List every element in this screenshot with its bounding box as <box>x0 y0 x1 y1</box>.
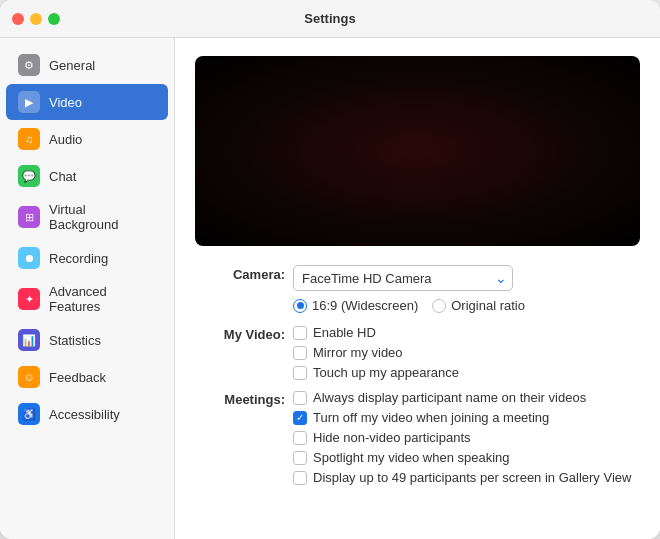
meetings-option-label-4: Display up to 49 participants per screen… <box>313 470 631 485</box>
sidebar-label-virtual-background: Virtual Background <box>49 202 156 232</box>
meetings-option-label-0: Always display participant name on their… <box>313 390 586 405</box>
video-preview-inner <box>195 56 640 246</box>
checkbox-meetings-4 <box>293 471 307 485</box>
window-title: Settings <box>304 11 355 26</box>
meetings-option-0[interactable]: Always display participant name on their… <box>293 390 640 405</box>
sidebar-item-virtual-background[interactable]: ⊞Virtual Background <box>6 195 168 239</box>
my-video-option-label-0: Enable HD <box>313 325 376 340</box>
video-preview <box>195 56 640 246</box>
advanced-features-icon: ✦ <box>18 288 40 310</box>
sidebar-label-statistics: Statistics <box>49 333 101 348</box>
recording-icon: ⏺ <box>18 247 40 269</box>
accessibility-icon: ♿ <box>18 403 40 425</box>
ratio-radio-group: 16:9 (Widescreen) Original ratio <box>293 296 640 315</box>
video-icon: ▶ <box>18 91 40 113</box>
camera-label: Camera: <box>195 265 285 282</box>
camera-row: Camera: FaceTime HD CameraUSB Camera ⌄ 1 <box>195 260 640 320</box>
settings-window: Settings ⚙General▶Video♫Audio💬Chat⊞Virtu… <box>0 0 660 539</box>
my-video-content: Enable HDMirror my videoTouch up my appe… <box>293 325 640 380</box>
meetings-option-4[interactable]: Display up to 49 participants per screen… <box>293 470 640 485</box>
meetings-option-2[interactable]: Hide non-video participants <box>293 430 640 445</box>
camera-select-wrapper: FaceTime HD CameraUSB Camera ⌄ <box>293 265 640 291</box>
chat-icon: 💬 <box>18 165 40 187</box>
select-wrapper: FaceTime HD CameraUSB Camera ⌄ <box>293 265 513 291</box>
sidebar-item-accessibility[interactable]: ♿Accessibility <box>6 396 168 432</box>
sidebar-label-feedback: Feedback <box>49 370 106 385</box>
my-video-option-1[interactable]: Mirror my video <box>293 345 640 360</box>
camera-select[interactable]: FaceTime HD CameraUSB Camera <box>293 265 513 291</box>
checkbox-my-video-0 <box>293 326 307 340</box>
my-video-row: My Video: Enable HDMirror my videoTouch … <box>195 320 640 385</box>
ratio-widescreen-label: 16:9 (Widescreen) <box>312 298 418 313</box>
general-icon: ⚙ <box>18 54 40 76</box>
sidebar-item-general[interactable]: ⚙General <box>6 47 168 83</box>
sidebar-item-audio[interactable]: ♫Audio <box>6 121 168 157</box>
meetings-option-label-1: Turn off my video when joining a meeting <box>313 410 549 425</box>
statistics-icon: 📊 <box>18 329 40 351</box>
content-area: ⚙General▶Video♫Audio💬Chat⊞Virtual Backgr… <box>0 38 660 539</box>
radio-widescreen-indicator <box>293 299 307 313</box>
checkbox-meetings-3 <box>293 451 307 465</box>
sidebar: ⚙General▶Video♫Audio💬Chat⊞Virtual Backgr… <box>0 38 175 539</box>
virtual-background-icon: ⊞ <box>18 206 40 228</box>
meetings-content: Always display participant name on their… <box>293 390 640 485</box>
meetings-option-label-2: Hide non-video participants <box>313 430 471 445</box>
meetings-row: Meetings: Always display participant nam… <box>195 385 640 490</box>
my-video-option-label-2: Touch up my appearance <box>313 365 459 380</box>
maximize-button[interactable] <box>48 13 60 25</box>
close-button[interactable] <box>12 13 24 25</box>
traffic-lights <box>12 13 60 25</box>
sidebar-label-chat: Chat <box>49 169 76 184</box>
audio-icon: ♫ <box>18 128 40 150</box>
minimize-button[interactable] <box>30 13 42 25</box>
checkbox-my-video-1 <box>293 346 307 360</box>
meetings-option-label-3: Spotlight my video when speaking <box>313 450 510 465</box>
sidebar-item-recording[interactable]: ⏺Recording <box>6 240 168 276</box>
sidebar-label-video: Video <box>49 95 82 110</box>
checkbox-meetings-2 <box>293 431 307 445</box>
checkbox-my-video-2 <box>293 366 307 380</box>
sidebar-item-feedback[interactable]: ☺Feedback <box>6 359 168 395</box>
feedback-icon: ☺ <box>18 366 40 388</box>
my-video-option-2[interactable]: Touch up my appearance <box>293 365 640 380</box>
sidebar-label-advanced-features: Advanced Features <box>49 284 156 314</box>
my-video-option-label-1: Mirror my video <box>313 345 403 360</box>
sidebar-label-general: General <box>49 58 95 73</box>
ratio-widescreen[interactable]: 16:9 (Widescreen) <box>293 298 418 313</box>
sidebar-label-accessibility: Accessibility <box>49 407 120 422</box>
meetings-label: Meetings: <box>195 390 285 407</box>
camera-content: FaceTime HD CameraUSB Camera ⌄ 16:9 (Wid… <box>293 265 640 315</box>
sidebar-label-recording: Recording <box>49 251 108 266</box>
radio-original-indicator <box>432 299 446 313</box>
meetings-option-1[interactable]: Turn off my video when joining a meeting <box>293 410 640 425</box>
sidebar-item-advanced-features[interactable]: ✦Advanced Features <box>6 277 168 321</box>
my-video-label: My Video: <box>195 325 285 342</box>
checkbox-meetings-1 <box>293 411 307 425</box>
meetings-option-3[interactable]: Spotlight my video when speaking <box>293 450 640 465</box>
ratio-original-label: Original ratio <box>451 298 525 313</box>
checkbox-meetings-0 <box>293 391 307 405</box>
my-video-option-0[interactable]: Enable HD <box>293 325 640 340</box>
sidebar-label-audio: Audio <box>49 132 82 147</box>
main-content: Camera: FaceTime HD CameraUSB Camera ⌄ 1 <box>175 38 660 539</box>
sidebar-item-chat[interactable]: 💬Chat <box>6 158 168 194</box>
settings-rows: Camera: FaceTime HD CameraUSB Camera ⌄ 1 <box>195 260 640 490</box>
ratio-original[interactable]: Original ratio <box>432 298 525 313</box>
sidebar-item-video[interactable]: ▶Video <box>6 84 168 120</box>
titlebar: Settings <box>0 0 660 38</box>
sidebar-item-statistics[interactable]: 📊Statistics <box>6 322 168 358</box>
